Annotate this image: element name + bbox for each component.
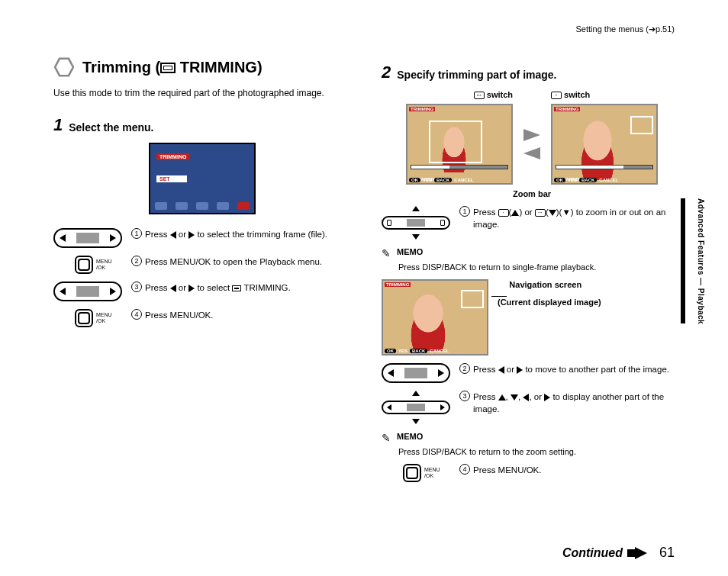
menu-ok-button-icon [403, 464, 421, 482]
lcd-menu-illustration: TRIMMING SET [149, 143, 256, 214]
switch-arrows [523, 129, 540, 159]
title-pre: Trimming ( [82, 59, 160, 76]
photo-navigation: TRIMMING OKYES BACKCANCEL [382, 279, 488, 356]
nav-caption-1: Navigation screen [509, 280, 581, 289]
zoom-out-icon: ··· [474, 92, 485, 99]
photo-trimming-label: TRIMMING [409, 107, 435, 111]
zoom-in-icon: · [551, 92, 562, 99]
nav-caption-2: (Current displayed image) [498, 298, 601, 307]
menu-ok-button-icon [75, 256, 93, 274]
memo-hand-icon: ✎ [382, 432, 391, 444]
switch-out-label: switch [487, 90, 513, 99]
memo-hand-icon: ✎ [382, 247, 391, 259]
arrow-left-icon [523, 147, 540, 159]
r-instruction-3-text: Press , , , or to display another part o… [473, 391, 682, 415]
circled-3-icon: 3 [131, 282, 142, 292]
r-instruction-4: MENU/OK 4 Press MENU/OK. [382, 464, 682, 482]
right-column: 2 Specify trimming part of image. ··· sw… [382, 56, 682, 490]
footer: Continued 61 [562, 545, 675, 561]
memo-1-body: Press DISP/BACK to return to single-fram… [382, 262, 682, 272]
memo-1: ✎ MEMO [382, 247, 682, 259]
side-tab-block [681, 198, 685, 323]
instruction-3-text: Press or to select TRIMMING. [145, 282, 351, 294]
memo-2-title: MEMO [397, 432, 423, 444]
instruction-2: MENU/OK 2 Press MENU/OK to open the Play… [53, 256, 351, 274]
trimming-icon [160, 63, 176, 73]
dpad-vertical-icon [382, 206, 450, 240]
menu-ok-label: MENU/OK [96, 312, 112, 323]
r-instruction-3: 3 Press , , , or to display another part… [382, 391, 682, 424]
navigation-screen-row: TRIMMING OKYES BACKCANCEL Navigation scr… [382, 279, 682, 356]
step1-title: Select the menu. [69, 121, 153, 134]
hexagon-icon [53, 56, 75, 78]
photo-comparison-row: TRIMMING ◀▶ PANNING OKYES BACKCANCEL TRI… [382, 104, 682, 185]
continued-label: Continued [562, 546, 623, 560]
step2-title: Specify trimming part of image. [397, 69, 556, 81]
r-instruction-2: 2 Press or to move to another part of th… [382, 363, 682, 383]
menu-ok-label: MENU/OK [96, 259, 112, 270]
instruction-2-text: Press MENU/OK to open the Playback menu. [145, 256, 351, 268]
circled-2-icon: 2 [131, 256, 142, 266]
photo-zoomed-in: TRIMMING ◀▶ PANNING OKYES BACKCANCEL [551, 104, 658, 185]
instruction-1: 1 Press or to select the trimming frame … [53, 228, 351, 248]
r-instruction-1-text: Press ·() or ···()(▼) to zoom in or out … [473, 206, 682, 230]
svg-marker-0 [55, 59, 73, 76]
instruction-4: MENU/OK 4 Press MENU/OK. [53, 309, 351, 327]
memo-1-title: MEMO [397, 247, 423, 259]
lcd-bottom-icons [150, 202, 254, 210]
r-instruction-2-text: Press or to move to another part of the … [473, 363, 682, 375]
left-column: Trimming ( TRIMMING) Use this mode to tr… [53, 56, 351, 490]
dpad-horizontal-icon [53, 282, 122, 301]
memo-2: ✎ MEMO [382, 432, 682, 444]
circled-2-icon: 2 [459, 363, 470, 374]
circled-4-icon: 4 [131, 309, 142, 320]
dpad-horizontal-icon [53, 228, 122, 248]
step2-number: 2 [382, 64, 391, 81]
switch-in-label: switch [564, 90, 590, 99]
intro-text: Use this mode to trim the required part … [53, 87, 351, 100]
photo-zoomed-out: TRIMMING ◀▶ PANNING OKYES BACKCANCEL [406, 104, 513, 185]
zoom-bar [556, 165, 653, 169]
instruction-4-text: Press MENU/OK. [145, 309, 351, 321]
page-number: 61 [659, 545, 675, 561]
step2-heading: 2 Specify trimming part of image. [382, 64, 682, 81]
photo-trimming-label: TRIMMING [554, 107, 580, 111]
step1-number: 1 [53, 117, 63, 134]
circled-4-icon: 4 [459, 464, 470, 475]
circled-1-icon: 1 [131, 228, 142, 239]
zoom-bar-caption: Zoom bar [382, 189, 682, 198]
menu-ok-button-icon [75, 309, 93, 327]
step1-heading: 1 Select the menu. [53, 117, 351, 134]
circled-3-icon: 3 [459, 391, 470, 401]
section-title: Trimming ( TRIMMING) [53, 56, 351, 78]
arrow-right-icon [523, 129, 540, 141]
instruction-1-text: Press or to select the trimming frame (f… [145, 228, 351, 240]
zoom-bar [411, 165, 508, 169]
zoom-out-icon: ··· [535, 209, 546, 217]
lcd-trimming-label: TRIMMING [156, 153, 189, 160]
dpad-horizontal-icon [382, 363, 450, 383]
switch-labels: ··· switch · switch [382, 90, 682, 99]
continued-arrow-icon [635, 547, 647, 559]
header-reference: Setting the menus (➔p.51) [576, 24, 675, 34]
circled-1-icon: 1 [459, 206, 470, 217]
r-instruction-4-text: Press MENU/OK. [473, 464, 682, 476]
instruction-3: 3 Press or to select TRIMMING. [53, 282, 351, 301]
memo-2-body: Press DISP/BACK to return to the zoom se… [382, 447, 682, 456]
side-tab-label: Advanced Features — Playback [697, 198, 705, 324]
r-instruction-1: 1 Press ·() or ···()(▼) to zoom in or ou… [382, 206, 682, 240]
menu-ok-label: MENU/OK [424, 467, 440, 478]
dpad-4way-icon [382, 391, 450, 424]
zoom-in-icon: · [498, 209, 509, 217]
title-post: TRIMMING) [176, 59, 262, 76]
photo-trimming-label: TRIMMING [385, 282, 411, 287]
lcd-set-label: SET [156, 175, 187, 182]
